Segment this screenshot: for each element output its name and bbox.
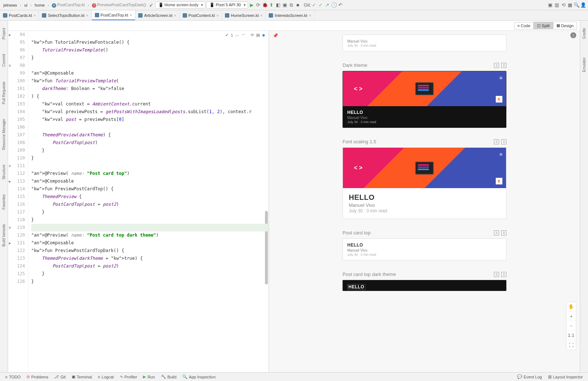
view-code-button[interactable]: ≡Code — [514, 22, 534, 29]
preview-title: HELLO — [347, 284, 365, 290]
deploy-icon[interactable]: ▯ — [494, 272, 499, 277]
chevron-down-icon[interactable]: ﹀ — [241, 32, 245, 38]
avd-icon[interactable]: ▣ — [547, 2, 553, 8]
preview-meta: July 30 · 3 min read — [349, 208, 500, 213]
tab-postcards[interactable]: PostCards.kt× — [0, 10, 39, 20]
code-icon: ≡ — [517, 24, 520, 28]
zoom-reset[interactable]: 1:1 — [566, 331, 576, 340]
bc-file[interactable]: KPostCardTop.kt — [50, 2, 86, 8]
tab-homescreen[interactable]: HomeScreen.kt× — [222, 10, 266, 20]
tab-selecttopic[interactable]: SelectTopicButton.kt× — [39, 10, 92, 20]
debug-icon[interactable]: 🐞 — [262, 2, 268, 8]
refresh-icon[interactable]: ⟳ — [251, 33, 254, 37]
info-icon[interactable]: i — [570, 32, 576, 38]
preview-card-top[interactable]: HELLO Manuel Vivo July 30 · 3 min read — [343, 238, 506, 260]
zoom-in-icon[interactable]: ＋ — [566, 312, 576, 321]
close-icon[interactable]: × — [309, 13, 311, 18]
status-build[interactable]: 🔨Build — [159, 374, 179, 379]
tab-interests[interactable]: InterestsScreen.kt× — [266, 10, 314, 20]
status-bar: ≡TODO ⊘Problems ⎇Git ▣Terminal ≡Logcat ∿… — [0, 372, 588, 381]
status-terminal[interactable]: ▣Terminal — [69, 374, 94, 379]
close-icon[interactable]: × — [130, 13, 132, 17]
zoom-fit-icon[interactable]: ⛶ — [566, 340, 576, 350]
vcs-update-icon[interactable]: ✓ — [311, 2, 317, 8]
sidebar-buildvariants[interactable]: Build Variants — [2, 224, 6, 247]
deploy-icon[interactable]: ▯ — [494, 63, 499, 68]
search-icon[interactable]: 🔍 — [574, 2, 580, 8]
coverage-icon[interactable]: ⬆ — [269, 2, 275, 8]
zoom-out-icon[interactable]: － — [566, 321, 576, 331]
code-editor[interactable]: ✔1 ︿ ﹀ ⟳ ▤ ◆ ▶94959697⚙98991001011021031… — [8, 31, 269, 372]
layers-icon[interactable]: ◆ — [262, 33, 265, 37]
preview-pane: 📌 i Manuel Vivo July 30 · 3 min read — [269, 31, 580, 372]
deploy-icon[interactable]: ▯ — [494, 139, 499, 144]
interactive-icon[interactable]: ▯ — [501, 230, 506, 236]
status-problems[interactable]: ⊘Problems — [24, 374, 50, 379]
status-logcat[interactable]: ≡Logcat — [96, 375, 116, 379]
device-dropdown[interactable]: 📱 Pixel 5 API 30 — [206, 1, 248, 8]
preview-author: Manuel Vivo — [347, 39, 502, 43]
vcs-push-icon[interactable]: ↗ — [325, 2, 330, 8]
sidebar-favorites[interactable]: Favorites — [2, 194, 6, 209]
sdk-icon[interactable]: ▥ — [554, 2, 560, 8]
view-design-button[interactable]: ▦Design — [553, 22, 577, 29]
status-eventlog[interactable]: 💬Event Log — [515, 374, 544, 379]
preview-card-fontscale[interactable]: < >≡K HELLO Manuel Vivo July 30 · 3 min … — [343, 147, 506, 219]
android-profiler-icon[interactable]: ⧉ — [288, 2, 294, 8]
preview-card[interactable]: Manuel Vivo July 30 · 3 min read — [343, 35, 506, 51]
bc-dir[interactable]: home — [33, 2, 46, 8]
stop-icon[interactable]: ■ — [295, 2, 301, 8]
status-git[interactable]: ⎇Git — [52, 374, 68, 379]
history-icon[interactable]: 🕓 — [331, 2, 337, 8]
rollback-icon[interactable]: ↶ — [338, 2, 344, 8]
status-profiler[interactable]: ∿Profiler — [118, 374, 140, 379]
tab-postcardtop[interactable]: PostCardTop.kt× — [92, 10, 136, 20]
close-icon[interactable]: × — [86, 13, 88, 18]
status-layoutinspector[interactable]: ▥Layout Inspector — [546, 374, 585, 379]
view-split-button[interactable]: ◫Split — [534, 22, 553, 29]
sidebar-gradle[interactable]: Gradle — [582, 28, 586, 39]
vcs-commit-icon[interactable]: ✓ — [318, 2, 324, 8]
chevron-up-icon[interactable]: ︿ — [235, 32, 239, 38]
status-todo[interactable]: ≡TODO — [3, 375, 23, 379]
preview-title: HELLO — [349, 193, 500, 202]
user-icon[interactable]: 👤 — [580, 2, 586, 8]
close-icon[interactable]: × — [260, 13, 262, 18]
interactive-icon[interactable]: ▯ — [501, 139, 506, 144]
stack-icon[interactable]: ▤ — [256, 33, 260, 37]
bc-project[interactable]: jetnews — [2, 2, 18, 8]
interactive-icon[interactable]: ▯ — [501, 63, 506, 68]
sidebar-resources[interactable]: Resource Manager — [2, 119, 6, 150]
status-run[interactable]: ▶Run — [141, 374, 157, 379]
apply-changes-icon[interactable]: ⟳ — [255, 2, 261, 8]
bc-fn[interactable]: fPreviewPostCardTopDark() — [90, 2, 147, 8]
preview-card-dark[interactable]: < >≡K HELLO Manuel Vivo July 30 · 3 min … — [343, 71, 506, 128]
interactive-icon[interactable]: ▯ — [501, 272, 506, 277]
split-icon: ◫ — [537, 23, 541, 28]
close-icon[interactable]: × — [174, 13, 176, 18]
tab-postcontent[interactable]: PostContent.kt× — [180, 10, 222, 20]
deploy-icon[interactable]: ▯ — [494, 230, 499, 236]
sidebar-project[interactable]: Project — [2, 28, 6, 39]
pan-icon[interactable]: ✋ — [566, 302, 576, 312]
sidebar-emulator[interactable]: Emulator — [582, 57, 586, 72]
back-icon[interactable]: ↙ — [148, 2, 154, 8]
run-icon[interactable]: ▶ — [249, 2, 255, 8]
close-icon[interactable]: × — [33, 13, 36, 18]
close-icon[interactable]: × — [216, 13, 219, 18]
settings-icon[interactable]: ▦ — [567, 2, 573, 8]
bc-pkg[interactable]: ui — [23, 2, 29, 8]
profile-icon[interactable]: ◧ — [275, 2, 281, 8]
attach-icon[interactable]: ▣ — [282, 2, 288, 8]
sync-icon[interactable]: ⟲ — [560, 2, 566, 8]
pin-icon[interactable]: 📌 — [272, 32, 279, 39]
sidebar-pullreq[interactable]: Pull Requests — [2, 82, 6, 104]
sidebar-structure[interactable]: Structure — [2, 165, 6, 180]
status-appinspection[interactable]: 🔍App Inspection — [180, 374, 218, 379]
sidebar-commit[interactable]: Commit — [2, 54, 6, 67]
preview-card-top-dark[interactable]: HELLO — [343, 280, 506, 291]
inspection-badge[interactable]: ✔1 ︿ ﹀ ⟳ ▤ ◆ — [225, 32, 265, 38]
run-config-dropdown[interactable]: 📱 Home screen body — [155, 1, 205, 8]
editor-tabs: PostCards.kt× SelectTopicButton.kt× Post… — [0, 10, 588, 21]
tab-articlescreen[interactable]: ArticleScreen.kt× — [135, 10, 179, 20]
